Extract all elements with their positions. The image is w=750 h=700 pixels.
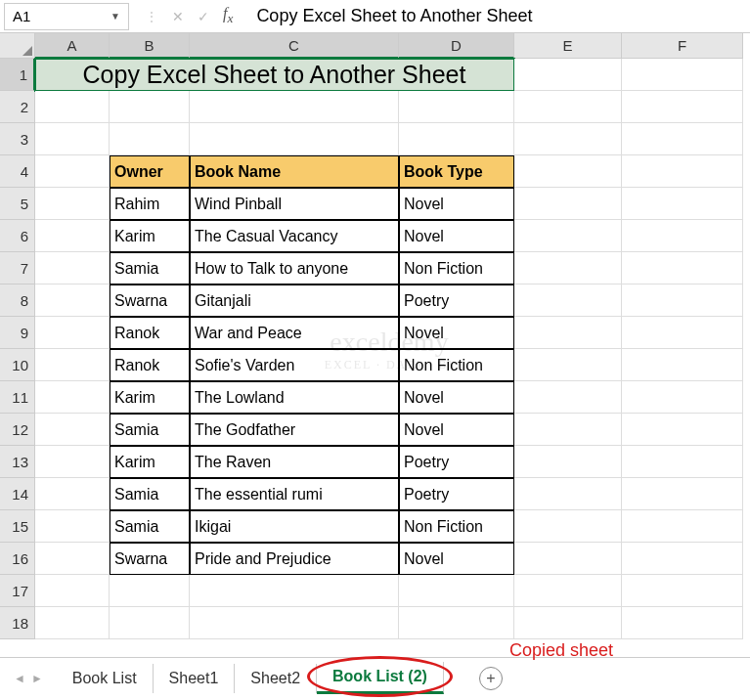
cell-C8[interactable]: Gitanjali xyxy=(190,284,399,317)
cell-B15[interactable]: Samia xyxy=(110,510,190,543)
cell-F10[interactable] xyxy=(622,349,743,381)
cell-F2[interactable] xyxy=(622,91,743,123)
cell-E4[interactable] xyxy=(514,155,622,188)
cell-F17[interactable] xyxy=(622,575,743,607)
cell-E9[interactable] xyxy=(514,317,622,349)
cell-B12[interactable]: Samia xyxy=(110,414,190,446)
cell-A12[interactable] xyxy=(35,414,110,446)
cell-C18[interactable] xyxy=(190,607,399,639)
cell-A8[interactable] xyxy=(35,284,110,317)
col-header-F[interactable]: F xyxy=(622,33,743,59)
col-header-B[interactable]: B xyxy=(110,33,190,59)
cell-A9[interactable] xyxy=(35,317,110,349)
cell-F1[interactable] xyxy=(622,59,743,91)
select-all-corner[interactable] xyxy=(0,33,35,59)
cell-A5[interactable] xyxy=(35,188,110,220)
cell-F3[interactable] xyxy=(622,123,743,155)
cell-B16[interactable]: Swarna xyxy=(110,543,190,575)
cell-D18[interactable] xyxy=(399,607,514,639)
cell-D3[interactable] xyxy=(399,123,514,155)
cell-B2[interactable] xyxy=(110,91,190,123)
cell-E10[interactable] xyxy=(514,349,622,381)
cell-C2[interactable] xyxy=(190,91,399,123)
cell-B5[interactable]: Rahim xyxy=(110,188,190,220)
row-header-2[interactable]: 2 xyxy=(0,91,35,123)
cell-A11[interactable] xyxy=(35,381,110,414)
cell-C12[interactable]: The Godfather xyxy=(190,414,399,446)
cell-A14[interactable] xyxy=(35,478,110,510)
cell-E14[interactable] xyxy=(514,478,622,510)
cell-C13[interactable]: The Raven xyxy=(190,446,399,478)
row-header-10[interactable]: 10 xyxy=(0,349,35,381)
cell-F8[interactable] xyxy=(622,284,743,317)
name-box[interactable]: A1 ▼ xyxy=(4,3,129,30)
col-header-E[interactable]: E xyxy=(514,33,622,59)
cell-F16[interactable] xyxy=(622,543,743,575)
cell-A6[interactable] xyxy=(35,220,110,252)
cell-F6[interactable] xyxy=(622,220,743,252)
cell-E8[interactable] xyxy=(514,284,622,317)
cell-B4[interactable]: Owner xyxy=(110,155,190,188)
cell-A3[interactable] xyxy=(35,123,110,155)
cell-F11[interactable] xyxy=(622,381,743,414)
cell-C5[interactable]: Wind Pinball xyxy=(190,188,399,220)
row-header-6[interactable]: 6 xyxy=(0,220,35,252)
cell-C9[interactable]: War and Peace xyxy=(190,317,399,349)
cell-D10[interactable]: Non Fiction xyxy=(399,349,514,381)
cell-E6[interactable] xyxy=(514,220,622,252)
row-header-11[interactable]: 11 xyxy=(0,381,35,414)
cell-C6[interactable]: The Casual Vacancy xyxy=(190,220,399,252)
row-header-14[interactable]: 14 xyxy=(0,478,35,510)
cancel-icon[interactable]: ✕ xyxy=(172,9,184,24)
formula-input[interactable]: Copy Excel Sheet to Another Sheet xyxy=(244,6,750,26)
check-icon[interactable]: ✓ xyxy=(198,9,209,24)
cell-A13[interactable] xyxy=(35,446,110,478)
row-header-15[interactable]: 15 xyxy=(0,510,35,543)
row-header-7[interactable]: 7 xyxy=(0,252,35,284)
cell-F7[interactable] xyxy=(622,252,743,284)
row-header-1[interactable]: 1 xyxy=(0,59,35,91)
cell-F14[interactable] xyxy=(622,478,743,510)
chevron-down-icon[interactable]: ▼ xyxy=(110,11,120,22)
col-header-C[interactable]: C xyxy=(190,33,399,59)
cell-E11[interactable] xyxy=(514,381,622,414)
row-header-13[interactable]: 13 xyxy=(0,446,35,478)
cell-B6[interactable]: Karim xyxy=(110,220,190,252)
cell-F5[interactable] xyxy=(622,188,743,220)
cell-A15[interactable] xyxy=(35,510,110,543)
cell-B11[interactable]: Karim xyxy=(110,381,190,414)
row-header-17[interactable]: 17 xyxy=(0,575,35,607)
cell-C4[interactable]: Book Name xyxy=(190,155,399,188)
cell-E18[interactable] xyxy=(514,607,622,639)
cell-E17[interactable] xyxy=(514,575,622,607)
row-header-3[interactable]: 3 xyxy=(0,123,35,155)
cell-A2[interactable] xyxy=(35,91,110,123)
cell-A10[interactable] xyxy=(35,349,110,381)
cell-F12[interactable] xyxy=(622,414,743,446)
cell-B17[interactable] xyxy=(110,575,190,607)
row-header-18[interactable]: 18 xyxy=(0,607,35,639)
cell-D7[interactable]: Non Fiction xyxy=(399,252,514,284)
row-header-12[interactable]: 12 xyxy=(0,414,35,446)
cell-D5[interactable]: Novel xyxy=(399,188,514,220)
cell-D2[interactable] xyxy=(399,91,514,123)
cell-D12[interactable]: Novel xyxy=(399,414,514,446)
cell-E1[interactable] xyxy=(514,59,622,91)
cell-B13[interactable]: Karim xyxy=(110,446,190,478)
cell-D9[interactable]: Novel xyxy=(399,317,514,349)
cell-C17[interactable] xyxy=(190,575,399,607)
cell-C10[interactable]: Sofie's Varden xyxy=(190,349,399,381)
cell-D6[interactable]: Novel xyxy=(399,220,514,252)
cell-E16[interactable] xyxy=(514,543,622,575)
cell-D8[interactable]: Poetry xyxy=(399,284,514,317)
cell-B7[interactable]: Samia xyxy=(110,252,190,284)
cell-E12[interactable] xyxy=(514,414,622,446)
cell-B3[interactable] xyxy=(110,123,190,155)
cell-C11[interactable]: The Lowland xyxy=(190,381,399,414)
cell-B10[interactable]: Ranok xyxy=(110,349,190,381)
cell-C3[interactable] xyxy=(190,123,399,155)
cell-C7[interactable]: How to Talk to anyone xyxy=(190,252,399,284)
cell-E7[interactable] xyxy=(514,252,622,284)
row-header-8[interactable]: 8 xyxy=(0,284,35,317)
cell-E13[interactable] xyxy=(514,446,622,478)
